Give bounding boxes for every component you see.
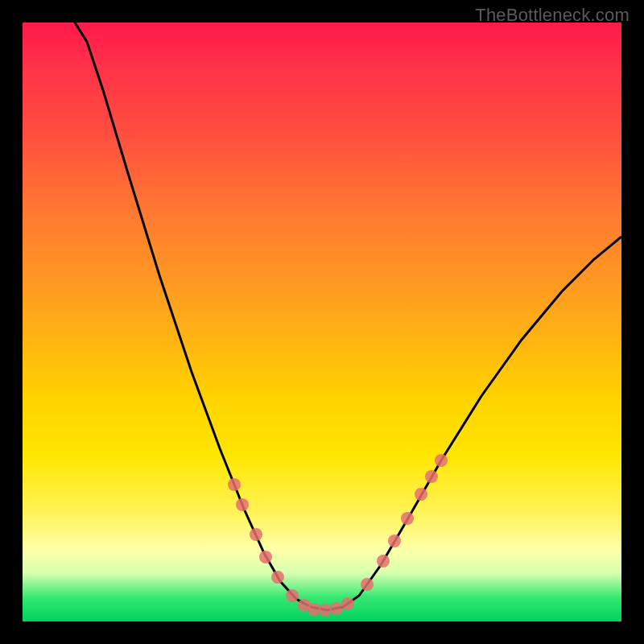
marker-dot — [388, 535, 401, 547]
marker-dot — [236, 498, 249, 511]
marker-dot — [377, 555, 390, 568]
plot-area — [23, 23, 621, 621]
series-bottleneck-curve — [75, 23, 621, 610]
markers-group — [228, 454, 448, 617]
marker-dot — [361, 578, 374, 591]
marker-dot — [435, 454, 448, 467]
curve-svg — [23, 23, 621, 621]
marker-dot — [425, 470, 438, 483]
curve-path — [75, 23, 621, 610]
marker-dot — [259, 551, 272, 564]
marker-dot — [319, 604, 332, 617]
marker-dot — [401, 512, 414, 525]
marker-dot — [271, 571, 284, 584]
chart-frame: TheBottleneck.com — [0, 0, 644, 644]
marker-dot — [330, 602, 343, 615]
marker-dot — [341, 597, 354, 610]
marker-dot — [308, 603, 320, 616]
marker-dot — [286, 589, 299, 602]
marker-dot — [415, 488, 427, 501]
marker-dot — [250, 528, 262, 541]
marker-dot — [228, 478, 241, 491]
